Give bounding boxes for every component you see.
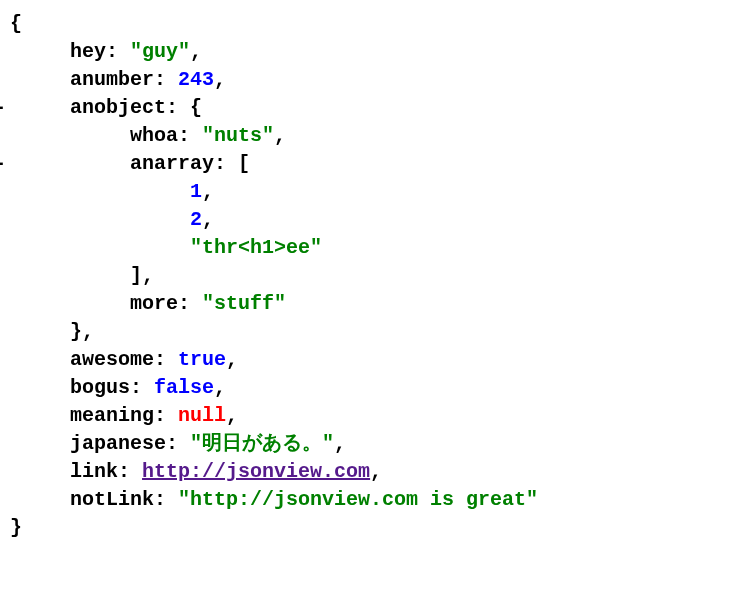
value-arr2: "thr<h1>ee"	[190, 236, 322, 259]
json-open-brace: {	[10, 10, 742, 38]
value-whoa: "nuts"	[202, 124, 274, 147]
value-awesome: true	[178, 348, 226, 371]
key-bogus: bogus	[70, 376, 130, 399]
array-item-2: "thr<h1>ee"	[10, 234, 742, 262]
json-close-brace: }	[10, 514, 742, 542]
property-awesome: awesome: true,	[10, 346, 742, 374]
property-anarray: -anarray: [	[10, 150, 742, 178]
key-notlink: notLink	[70, 488, 154, 511]
value-more: "stuff"	[202, 292, 286, 315]
property-link: link: http://jsonview.com,	[10, 458, 742, 486]
anarray-close: ],	[10, 262, 742, 290]
value-japanese: "明日がある。"	[190, 432, 334, 455]
value-bogus: false	[154, 376, 214, 399]
key-japanese: japanese	[70, 432, 166, 455]
array-item-1: 2,	[10, 206, 742, 234]
property-whoa: whoa: "nuts",	[10, 122, 742, 150]
value-arr1: 2	[190, 208, 202, 231]
key-whoa: whoa	[130, 124, 178, 147]
value-meaning: null	[178, 404, 226, 427]
anobject-close: },	[10, 318, 742, 346]
key-link: link	[70, 460, 118, 483]
property-japanese: japanese: "明日がある。",	[10, 430, 742, 458]
key-awesome: awesome	[70, 348, 154, 371]
collapse-toggle-anobject[interactable]: -	[0, 94, 6, 122]
key-hey: hey	[70, 40, 106, 63]
property-more: more: "stuff"	[10, 290, 742, 318]
property-bogus: bogus: false,	[10, 374, 742, 402]
value-hey: "guy"	[130, 40, 190, 63]
collapse-toggle-anarray[interactable]: -	[0, 150, 6, 178]
property-anobject: -anobject: {	[10, 94, 742, 122]
array-item-0: 1,	[10, 178, 742, 206]
property-hey: hey: "guy",	[10, 38, 742, 66]
key-meaning: meaning	[70, 404, 154, 427]
value-arr0: 1	[190, 180, 202, 203]
value-anumber: 243	[178, 68, 214, 91]
property-notlink: notLink: "http://jsonview.com is great"	[10, 486, 742, 514]
key-more: more	[130, 292, 178, 315]
key-anobject: anobject	[70, 96, 166, 119]
property-meaning: meaning: null,	[10, 402, 742, 430]
property-anumber: anumber: 243,	[10, 66, 742, 94]
key-anumber: anumber	[70, 68, 154, 91]
value-link[interactable]: http://jsonview.com	[142, 460, 370, 483]
key-anarray: anarray	[130, 152, 214, 175]
value-notlink: "http://jsonview.com is great"	[178, 488, 538, 511]
